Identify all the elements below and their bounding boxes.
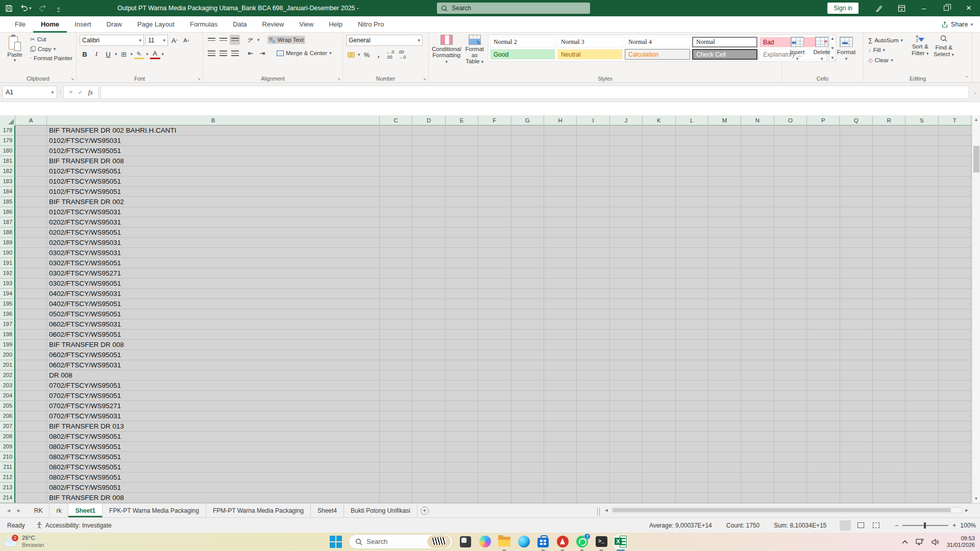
cells-C-to-T-row-191[interactable]: [380, 258, 972, 268]
cell-A181[interactable]: [15, 156, 47, 166]
row-header-183[interactable]: 183: [0, 177, 15, 187]
row-header-181[interactable]: 181: [0, 156, 15, 166]
cells-C-to-T-row-181[interactable]: [380, 156, 972, 166]
cells-C-to-T-row-200[interactable]: [380, 350, 972, 360]
ribbon-tab-home[interactable]: Home: [33, 16, 67, 33]
previous-sheet-arrow[interactable]: ◄: [6, 508, 11, 513]
name-box[interactable]: A1▾: [2, 86, 57, 99]
cell-B211[interactable]: 0802/FTSCY/WS95051: [47, 462, 380, 472]
cells-C-to-T-row-198[interactable]: [380, 330, 972, 339]
cell-B196[interactable]: 0502/FTSCY/WS95051: [47, 309, 380, 319]
next-sheet-arrow[interactable]: ►: [16, 508, 21, 513]
cell-B210[interactable]: 0802/FTSCY/WS95051: [47, 452, 380, 462]
cell-A192[interactable]: [15, 268, 47, 278]
column-header-P[interactable]: P: [807, 115, 840, 126]
row-header-211[interactable]: 211: [0, 462, 15, 472]
collapse-ribbon-button[interactable]: ⌃: [965, 76, 969, 81]
cell-A209[interactable]: [15, 442, 47, 452]
fill-button[interactable]: ↓ Fill ▾: [867, 46, 904, 54]
row-header-197[interactable]: 197: [0, 319, 15, 330]
horizontal-scroll-thumb[interactable]: [612, 508, 951, 512]
cells-C-to-T-row-188[interactable]: [380, 228, 972, 237]
cell-style-good[interactable]: Good: [490, 49, 555, 60]
zoom-out-button[interactable]: −: [895, 522, 898, 529]
scroll-up-arrow[interactable]: ▲: [972, 115, 980, 124]
ribbon-tab-draw[interactable]: Draw: [99, 16, 130, 33]
vertical-scroll-thumb[interactable]: [973, 146, 979, 172]
row-header-190[interactable]: 190: [0, 248, 15, 258]
terminal-button[interactable]: >_: [595, 535, 608, 548]
cell-B193[interactable]: 0302/FTSCY/WS95051: [47, 279, 380, 288]
cell-A183[interactable]: [15, 177, 47, 186]
close-button[interactable]: ×: [958, 0, 980, 16]
cell-A214[interactable]: [15, 493, 47, 503]
row-header-202[interactable]: 202: [0, 370, 15, 381]
cell-A208[interactable]: [15, 432, 47, 441]
cells-C-to-T-row-183[interactable]: [380, 177, 972, 186]
format-as-table-button[interactable]: Format as Table ▾: [465, 35, 484, 64]
cell-A210[interactable]: [15, 452, 47, 462]
column-header-B[interactable]: B: [47, 115, 380, 126]
cells-C-to-T-row-204[interactable]: [380, 391, 972, 400]
insert-function-button[interactable]: fx: [88, 88, 93, 96]
ribbon-tab-data[interactable]: Data: [225, 16, 254, 33]
sheet-tab-rk[interactable]: rk: [50, 504, 68, 517]
vertical-scrollbar[interactable]: ▲ ▼: [972, 115, 980, 503]
percent-style-button[interactable]: %: [362, 49, 372, 60]
find-select-button[interactable]: Find & Select ▾: [934, 35, 954, 65]
column-header-C[interactable]: C: [380, 115, 412, 126]
zoom-in-button[interactable]: +: [952, 522, 956, 529]
cells-C-to-T-row-179[interactable]: [380, 136, 972, 145]
column-header-R[interactable]: R: [873, 115, 905, 126]
cells-C-to-T-row-211[interactable]: [380, 462, 972, 472]
clear-button[interactable]: ◇ Clear ▾: [867, 56, 904, 65]
cell-style-normal-2[interactable]: Normal 2: [490, 37, 555, 47]
row-header-179[interactable]: 179: [0, 136, 15, 146]
cell-A200[interactable]: [15, 350, 47, 360]
font-color-chevron[interactable]: ▾: [162, 52, 164, 57]
cell-B180[interactable]: 0102/FTSCY/WS95051: [47, 146, 380, 156]
number-format-combobox[interactable]: General▾: [346, 35, 423, 46]
autosum-button[interactable]: ∑ AutoSum ▾: [867, 36, 904, 44]
cell-B203[interactable]: 0702/FTSCY/WS95051: [47, 381, 380, 390]
cell-A182[interactable]: [15, 166, 47, 176]
cell-style-normal-4[interactable]: Normal 4: [625, 37, 690, 47]
cell-A194[interactable]: [15, 289, 47, 298]
cell-B183[interactable]: 0102/FTSCY/WS95051: [47, 177, 380, 186]
cell-B185[interactable]: BIF TRANSFER DR 002: [47, 197, 380, 207]
cell-B186[interactable]: 0102/FTSCY/WS95031: [47, 207, 380, 217]
customize-quick-access-toolbar-button[interactable]: ▿̲: [57, 6, 60, 11]
cells-C-to-T-row-212[interactable]: [380, 472, 972, 482]
new-sheet-button[interactable]: +: [418, 504, 432, 517]
column-header-I[interactable]: I: [577, 115, 609, 126]
scroll-left-arrow[interactable]: ◄: [602, 508, 610, 513]
cell-A196[interactable]: [15, 309, 47, 319]
cell-A188[interactable]: [15, 228, 47, 237]
cell-A212[interactable]: [15, 472, 47, 482]
accounting-chevron[interactable]: ▾: [358, 52, 360, 57]
column-header-O[interactable]: O: [774, 115, 807, 126]
ribbon-tab-help[interactable]: Help: [321, 16, 350, 33]
cell-A189[interactable]: [15, 238, 47, 247]
decrease-decimal-button[interactable]: .00→.0: [397, 49, 407, 60]
row-header-207[interactable]: 207: [0, 421, 15, 432]
decrease-indent-button[interactable]: ⇤: [246, 48, 256, 58]
ribbon-tab-nitro-pro[interactable]: Nitro Pro: [350, 16, 391, 33]
cells-C-to-T-row-184[interactable]: [380, 187, 972, 196]
row-header-205[interactable]: 205: [0, 401, 15, 411]
decrease-font-size-button[interactable]: A˅: [181, 35, 191, 45]
cell-A211[interactable]: [15, 462, 47, 472]
cut-button[interactable]: ✂Cut: [29, 35, 74, 44]
hidden-icons-chevron[interactable]: [902, 540, 908, 544]
cells-C-to-T-row-203[interactable]: [380, 381, 972, 390]
column-header-E[interactable]: E: [446, 115, 478, 126]
ribbon-tab-file[interactable]: File: [7, 16, 33, 33]
cell-B200[interactable]: 0602/FTSCY/WS95051: [47, 350, 380, 360]
row-header-191[interactable]: 191: [0, 258, 15, 268]
cell-B181[interactable]: BIF TRANSFER DR 008: [47, 156, 380, 166]
row-header-199[interactable]: 199: [0, 340, 15, 350]
share-button[interactable]: Share ▾: [941, 16, 973, 33]
cells-C-to-T-row-189[interactable]: [380, 238, 972, 247]
cells-C-to-T-row-193[interactable]: [380, 279, 972, 288]
increase-font-size-button[interactable]: A^: [169, 35, 180, 45]
